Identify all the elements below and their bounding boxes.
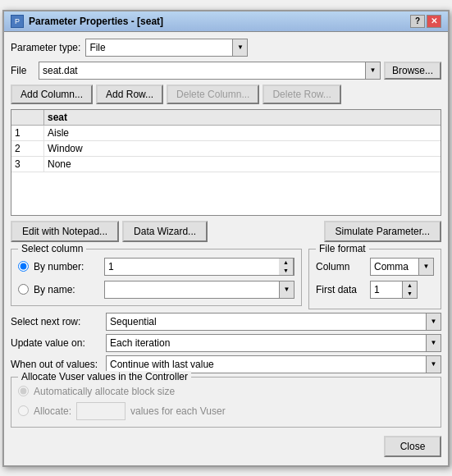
file-format-title: File format <box>316 243 369 254</box>
select-next-row-btn[interactable]: ▼ <box>426 314 441 330</box>
row-num-1: 1 <box>11 126 44 140</box>
delete-column-button[interactable]: Delete Column... <box>167 85 259 104</box>
auto-allocate-radio <box>18 386 29 396</box>
when-out-label: When out of values: <box>11 359 101 370</box>
first-data-spin[interactable]: ▲ ▼ <box>403 281 418 299</box>
window-title: Parameter Properties - [seat] <box>29 16 163 27</box>
parameter-type-input[interactable] <box>85 39 233 57</box>
by-number-label: By number: <box>34 261 99 272</box>
first-data-spin-up[interactable]: ▲ <box>403 281 417 290</box>
column-value[interactable] <box>370 258 419 276</box>
select-next-row-value: Sequential <box>107 316 426 327</box>
grid-header-num <box>11 110 44 125</box>
row-val-3: None <box>44 157 441 172</box>
edit-notepad-button[interactable]: Edit with Notepad... <box>11 221 119 242</box>
file-value: seat.dat <box>39 65 365 76</box>
by-name-dropdown[interactable]: ▼ <box>279 281 294 298</box>
parameter-type-dropdown-btn[interactable]: ▼ <box>233 39 248 57</box>
auto-allocate-label: Automatically allocate block size <box>34 386 175 397</box>
table-row[interactable]: 2 Window <box>11 141 441 157</box>
file-label: File <box>11 65 35 76</box>
delete-row-button[interactable]: Delete Row... <box>263 85 340 104</box>
row-val-1: Aisle <box>44 126 441 140</box>
row-num-3: 3 <box>11 157 44 172</box>
update-value-btn[interactable]: ▼ <box>426 335 441 351</box>
when-out-value: Continue with last value <box>107 359 426 370</box>
first-data-value[interactable] <box>370 281 403 299</box>
allocate-value-input <box>76 402 126 420</box>
add-row-button[interactable]: Add Row... <box>96 85 163 104</box>
help-button[interactable]: ? <box>410 15 425 28</box>
window-close-button[interactable]: ✕ <box>427 15 441 28</box>
title-bar: P Parameter Properties - [seat] ? ✕ <box>4 11 448 32</box>
by-number-spin[interactable]: ▲ ▼ <box>279 258 294 276</box>
update-value-value: Each iteration <box>107 337 426 349</box>
column-label: Column <box>316 261 365 272</box>
spin-down[interactable]: ▼ <box>279 267 293 275</box>
file-dropdown-btn[interactable]: ▼ <box>365 62 380 79</box>
data-wizard-button[interactable]: Data Wizard... <box>122 221 208 242</box>
window-icon: P <box>11 15 24 28</box>
close-button[interactable]: Close <box>384 436 441 457</box>
first-data-spin-down[interactable]: ▼ <box>403 290 417 298</box>
first-data-label: First data <box>316 284 365 295</box>
data-grid: seat 1 Aisle 2 Window 3 None <box>11 109 441 216</box>
column-combo[interactable]: ▼ <box>370 258 434 276</box>
manual-allocate-suffix: values for each Vuser <box>130 405 226 417</box>
parameter-type-label: Parameter type: <box>11 42 80 53</box>
select-column-title: Select column <box>18 243 86 254</box>
by-number-value: 1 <box>105 261 279 272</box>
manual-allocate-radio <box>18 405 29 416</box>
manual-allocate-label: Allocate: <box>34 405 71 417</box>
update-value-label: Update value on: <box>11 337 101 349</box>
column-dropdown-btn[interactable]: ▼ <box>419 258 434 276</box>
table-row[interactable]: 3 None <box>11 157 441 172</box>
simulate-parameter-button[interactable]: Simulate Parameter... <box>324 221 441 242</box>
parameter-properties-window: P Parameter Properties - [seat] ? ✕ Para… <box>2 10 450 467</box>
by-number-radio[interactable] <box>18 261 29 272</box>
by-name-label: By name: <box>34 284 99 295</box>
when-out-btn[interactable]: ▼ <box>426 356 441 373</box>
allocate-title: Allocate Vuser values in the Controller <box>18 371 191 382</box>
grid-header-seat: seat <box>44 110 441 125</box>
row-num-2: 2 <box>11 141 44 156</box>
add-column-button[interactable]: Add Column... <box>11 85 93 104</box>
parameter-type-combo[interactable]: ▼ <box>85 39 248 57</box>
table-row[interactable]: 1 Aisle <box>11 126 441 141</box>
grid-header: seat <box>11 110 441 126</box>
spin-up[interactable]: ▲ <box>279 259 293 267</box>
browse-button[interactable]: Browse... <box>384 62 441 80</box>
select-next-row-label: Select next row: <box>11 316 101 327</box>
by-name-radio[interactable] <box>18 284 29 295</box>
row-val-2: Window <box>44 141 441 156</box>
